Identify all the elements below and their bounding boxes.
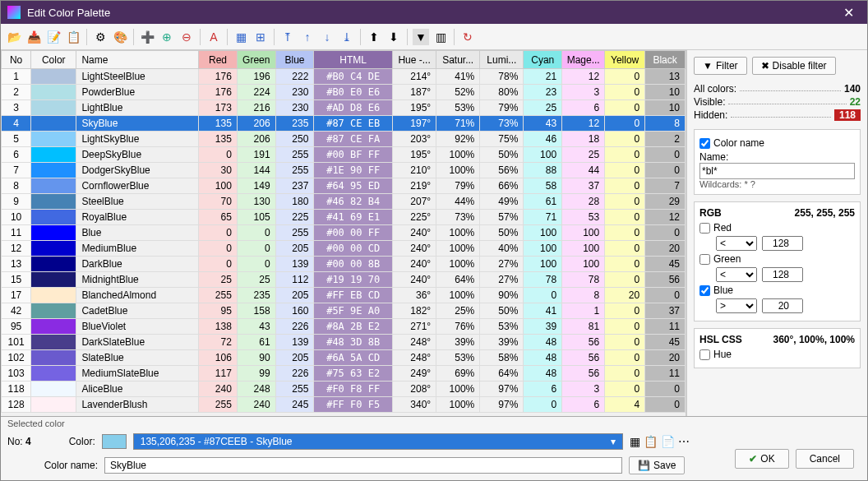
- col-color[interactable]: Color: [31, 51, 76, 69]
- table-row[interactable]: 128LavenderBlush255240245#FF F0 F5340°10…: [2, 397, 686, 413]
- table-row[interactable]: 6DeepSkyBlue0191255#00 BF FF195°100%50%1…: [2, 147, 686, 163]
- col-hue[interactable]: Hue -...: [393, 51, 436, 69]
- no-label: No: 4: [7, 436, 31, 447]
- col-html[interactable]: HTML: [314, 51, 393, 69]
- move-top-icon[interactable]: ⤒: [279, 29, 296, 45]
- col-blk[interactable]: Black: [645, 51, 686, 69]
- move-down-icon[interactable]: ↓: [319, 29, 335, 45]
- filter-icon[interactable]: ▼: [413, 29, 429, 45]
- color-name-checkbox[interactable]: [699, 138, 710, 149]
- filter-hsl-group: HSL CSS360°, 100%, 100% Hue: [694, 328, 861, 368]
- col-sat[interactable]: Satur...: [436, 51, 480, 69]
- palette-mini-icon[interactable]: ▦: [630, 435, 640, 448]
- col-red[interactable]: Red: [199, 51, 238, 69]
- table-row[interactable]: 4SkyBlue135206235#87 CE EB197°71%73%4312…: [2, 116, 686, 132]
- colorname-label: Color name:: [40, 460, 98, 471]
- filter-stats: All colors:140 Visible:22 Hidden:118: [694, 81, 861, 123]
- green-checkbox[interactable]: [699, 254, 710, 265]
- wheel-icon[interactable]: ⚙: [92, 29, 108, 45]
- footer: Selected color No: 4 Color: 135,206,235 …: [1, 416, 867, 480]
- col-blue[interactable]: Blue: [275, 51, 314, 69]
- table-row[interactable]: 11Blue00255#00 00 FF240°100%50%10010000: [2, 225, 686, 241]
- hue-checkbox[interactable]: [699, 349, 710, 360]
- col-green[interactable]: Green: [237, 51, 275, 69]
- table-row[interactable]: 7DodgerSkyBlue30144255#1E 90 FF210°100%5…: [2, 163, 686, 178]
- red-op-select[interactable]: <: [716, 236, 757, 251]
- tiles-icon[interactable]: ⊞: [252, 29, 269, 45]
- save-button[interactable]: 💾 Save: [629, 456, 685, 474]
- name-filter-input[interactable]: [699, 163, 855, 179]
- blue-op-select[interactable]: >: [716, 298, 757, 313]
- sort-desc-icon[interactable]: ⬇: [386, 29, 402, 45]
- copy-icon[interactable]: 📋: [65, 29, 81, 45]
- selected-header: Selected color: [1, 417, 867, 430]
- refresh-icon[interactable]: ↻: [459, 29, 476, 45]
- columns-icon[interactable]: ▥: [432, 29, 449, 45]
- titlebar: Edit Color Palette ✕: [1, 1, 867, 24]
- color-label: Color:: [38, 436, 95, 447]
- toolbar: 📂 📥 📝 📋 ⚙ 🎨 ➕ ⊕ ⊖ A ▦ ⊞ ⤒ ↑ ↓ ⤓ ⬆ ⬇ ▼ ▥ …: [1, 24, 867, 50]
- insert-icon[interactable]: ⊕: [159, 29, 175, 45]
- filter-panel: ▼ Filter ✖ Disable filter All colors:140…: [686, 50, 867, 416]
- col-mag[interactable]: Mage...: [562, 51, 605, 69]
- green-op-select[interactable]: <: [716, 267, 757, 282]
- paste-mini-icon[interactable]: 📄: [661, 435, 675, 448]
- table-row[interactable]: 103MediumSlateBlue11799226#75 63 E2249°6…: [2, 366, 686, 382]
- add-icon[interactable]: ➕: [139, 29, 155, 45]
- edit-icon[interactable]: 📝: [45, 29, 62, 45]
- more-icon[interactable]: ⋯: [678, 435, 690, 448]
- table-row[interactable]: 15MidnightBlue2525112#19 19 70240°64%27%…: [2, 272, 686, 288]
- grid-icon[interactable]: ▦: [233, 29, 249, 45]
- color-grid[interactable]: No Color Name Red Green Blue HTML Hue -.…: [1, 50, 686, 416]
- green-value-input[interactable]: [762, 267, 803, 282]
- text-color-icon[interactable]: A: [205, 29, 222, 45]
- table-row[interactable]: 1LightSteelBlue176196222#B0 C4 DE214°41%…: [2, 69, 686, 85]
- remove-icon[interactable]: ⊖: [178, 29, 195, 45]
- table-row[interactable]: 42CadetBlue95158160#5F 9E A0182°25%50%41…: [2, 303, 686, 319]
- red-value-input[interactable]: [762, 236, 803, 251]
- color-combo[interactable]: 135,206,235 - #87CEEB - SkyBlue▾: [133, 433, 623, 450]
- table-row[interactable]: 9SteelBlue70130180#46 82 B4207°44%49%612…: [2, 194, 686, 210]
- col-no[interactable]: No: [2, 51, 31, 69]
- red-checkbox[interactable]: [699, 223, 710, 234]
- table-row[interactable]: 118AliceBlue240248255#F0 F8 FF208°100%97…: [2, 382, 686, 397]
- table-row[interactable]: 13DarkBlue00139#00 00 8B240°100%27%10010…: [2, 257, 686, 272]
- col-cyan[interactable]: Cyan: [524, 51, 562, 69]
- selected-swatch: [102, 434, 127, 449]
- table-row[interactable]: 95BlueViolet13843226#8A 2B E2271°76%53%3…: [2, 319, 686, 335]
- col-name[interactable]: Name: [76, 51, 199, 69]
- filter-name-group: Color name Name: Wildcards: * ?: [694, 129, 861, 195]
- table-row[interactable]: 8CornflowerBlue100149237#64 95 ED219°79%…: [2, 178, 686, 194]
- close-icon[interactable]: ✕: [837, 5, 861, 21]
- import-icon[interactable]: 📥: [25, 29, 42, 45]
- move-bottom-icon[interactable]: ⤓: [339, 29, 355, 45]
- blue-checkbox[interactable]: [699, 285, 710, 296]
- window-title: Edit Color Palette: [27, 7, 837, 19]
- ok-button[interactable]: ✔ OK: [735, 449, 788, 469]
- table-row[interactable]: 102SlateBlue10690205#6A 5A CD248°53%58%4…: [2, 350, 686, 366]
- copy-mini-icon[interactable]: 📋: [644, 435, 658, 448]
- table-row[interactable]: 3LightBlue173216230#AD D8 E6195°53%79%25…: [2, 100, 686, 116]
- app-icon: [7, 6, 21, 19]
- blue-value-input[interactable]: [762, 298, 803, 313]
- filter-rgb-group: RGB255, 255, 255 Red < Green < Blue >: [694, 201, 861, 321]
- color-name-input[interactable]: [104, 457, 622, 474]
- table-row[interactable]: 17BlanchedAlmond255235205#FF EB CD36°100…: [2, 288, 686, 303]
- col-yel[interactable]: Yellow: [605, 51, 645, 69]
- table-row[interactable]: 10RoyalBlue65105225#41 69 E1225°73%57%71…: [2, 210, 686, 225]
- col-lum[interactable]: Lumi...: [480, 51, 524, 69]
- disable-filter-button[interactable]: ✖ Disable filter: [752, 57, 836, 75]
- table-row[interactable]: 5LightSkyBlue135206250#87 CE FA203°92%75…: [2, 132, 686, 147]
- palette-icon[interactable]: 🎨: [112, 29, 128, 45]
- table-row[interactable]: 2PowderBlue176224230#B0 E0 E6187°52%80%2…: [2, 85, 686, 100]
- table-row[interactable]: 12MediumBlue00205#00 00 CD240°100%40%100…: [2, 241, 686, 257]
- cancel-button[interactable]: Cancel: [796, 449, 854, 469]
- filter-button[interactable]: ▼ Filter: [694, 57, 747, 75]
- open-icon[interactable]: 📂: [6, 29, 22, 45]
- sort-asc-icon[interactable]: ⬆: [366, 29, 382, 45]
- table-row[interactable]: 101DarkSlateBlue7261139#48 3D 8B248°39%3…: [2, 335, 686, 350]
- move-up-icon[interactable]: ↑: [299, 29, 316, 45]
